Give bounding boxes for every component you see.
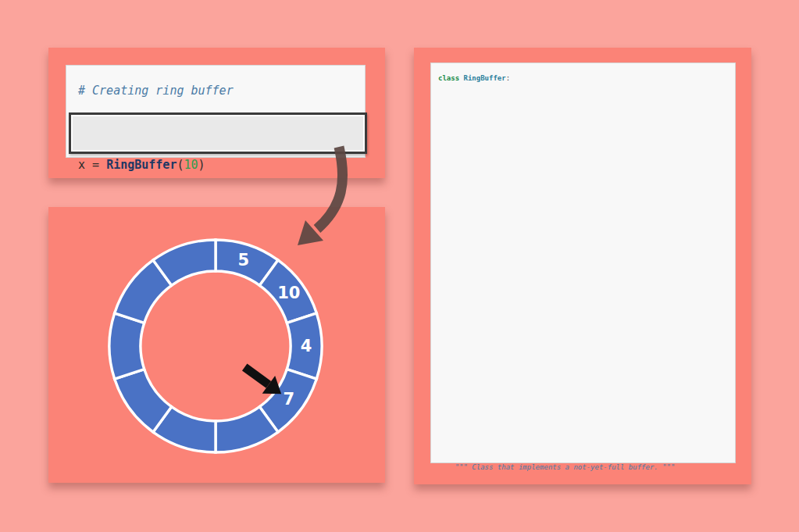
code-line: # Creating ring buffer [78,83,365,157]
current-position-arrow [244,367,281,394]
code-line: class RingBuffer: [438,73,735,462]
source-code-panel: class RingBuffer: """ Class that impleme… [414,48,751,484]
snippet-code: # Creating ring bufferx = RingBuffer(10)… [66,66,365,157]
ring-slot-value: 5 [238,251,250,270]
code-line: """ Class that implements a not-yet-full… [438,462,735,532]
ring-buffer-diagram: 51047 [48,207,385,483]
source-code: class RingBuffer: """ Class that impleme… [431,63,735,462]
ring-diagram-panel: 51047 [48,207,385,483]
ring-slot-value: 10 [277,284,300,302]
snippet-panel: # Creating ring bufferx = RingBuffer(10)… [48,48,385,178]
source-code-box: class RingBuffer: """ Class that impleme… [430,62,736,463]
ring-segment [109,313,144,379]
snippet-code-box: # Creating ring bufferx = RingBuffer(10)… [66,65,366,158]
ring-slot-value: 4 [301,337,312,355]
ring-slot-value: 7 [284,390,295,409]
